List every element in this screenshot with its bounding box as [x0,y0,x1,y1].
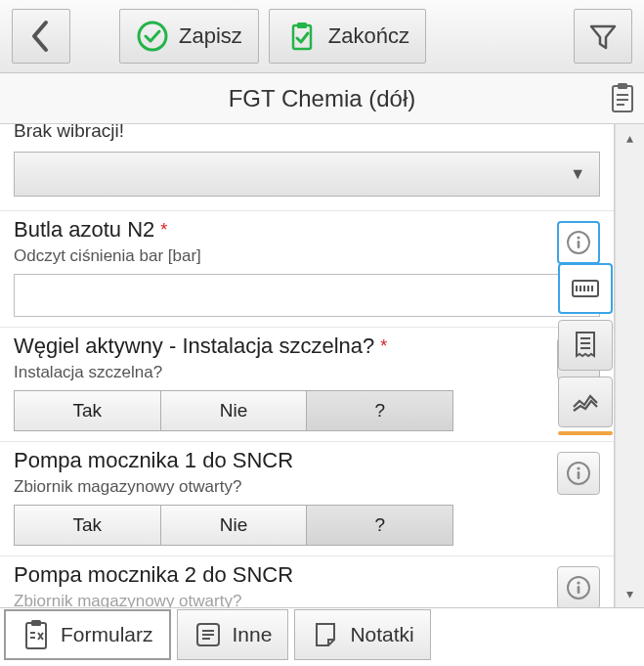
tab-form-label: Formularz [61,623,153,646]
finish-button-label: Zakończ [328,23,409,49]
svg-rect-16 [578,471,580,479]
info-button[interactable] [557,452,600,495]
svg-rect-29 [26,623,46,648]
top-toolbar: Zapisz Zakończ [0,0,644,73]
seg-no[interactable]: Nie [161,506,308,545]
field-sub: Zbiornik magazynowy otwarty? [14,592,557,607]
keyboard-icon [571,277,600,300]
title-bar: FGT Chemia (dół) [0,73,644,124]
chart-line-icon [571,390,600,414]
field-sub: Instalacja szczelna? [14,363,557,382]
cutoff-dropdown[interactable]: ▼ [14,152,600,197]
seg-control: Tak Nie ? [14,390,453,431]
chart-mode-button[interactable] [558,377,613,427]
tab-other-label: Inne [233,623,273,646]
info-button[interactable] [557,221,600,264]
save-button-label: Zapisz [179,23,242,49]
pressure-input[interactable] [14,274,600,317]
info-circle-icon [566,230,591,255]
save-button[interactable]: Zapisz [119,9,259,64]
note-icon [311,620,340,649]
svg-rect-1 [293,25,311,49]
field-title: Pompa mocznika 1 do SNCR [14,448,293,473]
page-title: FGT Chemia (dół) [229,85,416,112]
svg-rect-2 [297,22,307,28]
tab-notes-label: Notatki [350,623,413,646]
info-circle-icon [566,575,591,600]
svg-point-0 [139,22,166,50]
input-mode-panel [558,263,613,435]
filter-button[interactable] [574,9,632,64]
tab-notes[interactable]: Notatki [294,609,430,660]
chevron-down-icon: ▼ [570,165,585,183]
field-title: Pompa mocznika 2 do SNCR [14,562,293,588]
back-button[interactable] [12,9,70,64]
seg-unknown[interactable]: ? [307,391,452,430]
field-title: Butla azotu N2 [14,217,154,243]
seg-unknown[interactable]: ? [307,506,452,545]
scroll-up-icon[interactable]: ▴ [616,124,644,152]
clipboard-check-icon [285,20,319,53]
funnel-icon [587,21,619,52]
receipt-icon [573,331,598,360]
bottom-tabs: Formularz Inne Notatki [0,607,644,666]
field-wegiel-aktywny: Węgiel aktywny - Instalacja szczelna? * … [0,327,614,441]
svg-rect-4 [618,83,627,89]
clipboard-x-icon [21,618,51,651]
info-circle-icon [566,461,591,486]
clipboard-lines-icon[interactable] [609,81,636,120]
field-sub: Odczyt ciśnienia bar [bar] [14,246,557,266]
seg-no[interactable]: Nie [161,391,308,430]
required-asterisk: * [160,220,167,241]
svg-rect-19 [578,586,580,594]
panel-accent [558,431,613,435]
seg-control: Tak Nie ? [14,505,453,546]
chevron-left-icon [29,19,53,54]
field-title: Węgiel aktywny - Instalacja szczelna? [14,333,374,359]
seg-yes[interactable]: Tak [15,506,161,545]
scroll-down-icon[interactable]: ▾ [616,580,644,607]
list-mode-button[interactable] [558,320,613,371]
keypad-mode-button[interactable] [558,263,613,314]
form-scroll-area: Brak wibracji! ▼ Butla azotu N2 * Odczyt… [0,124,644,607]
finish-button[interactable]: Zakończ [269,9,426,64]
check-circle-icon [136,20,169,53]
field-pompa-1: Pompa mocznika 1 do SNCR Zbiornik magazy… [0,441,614,555]
cutoff-label: Brak wibracji! [14,124,600,142]
text-lines-icon [193,620,223,649]
field-pompa-2: Pompa mocznika 2 do SNCR Zbiornik magazy… [0,555,614,607]
field-cutoff: Brak wibracji! ▼ [0,124,614,210]
field-sub: Zbiornik magazynowy otwarty? [14,477,557,497]
info-button[interactable] [557,566,600,607]
svg-rect-30 [31,620,41,626]
seg-yes[interactable]: Tak [15,391,161,430]
svg-point-9 [577,236,580,239]
svg-point-15 [577,466,580,469]
required-asterisk: * [380,336,387,357]
svg-rect-10 [578,241,580,248]
tab-form[interactable]: Formularz [4,609,171,660]
svg-point-18 [577,581,580,584]
field-butla-azotu: Butla azotu N2 * Odczyt ciśnienia bar [b… [0,210,614,327]
scrollbar[interactable]: ▴ ▾ [615,124,644,607]
tab-other[interactable]: Inne [177,609,289,660]
